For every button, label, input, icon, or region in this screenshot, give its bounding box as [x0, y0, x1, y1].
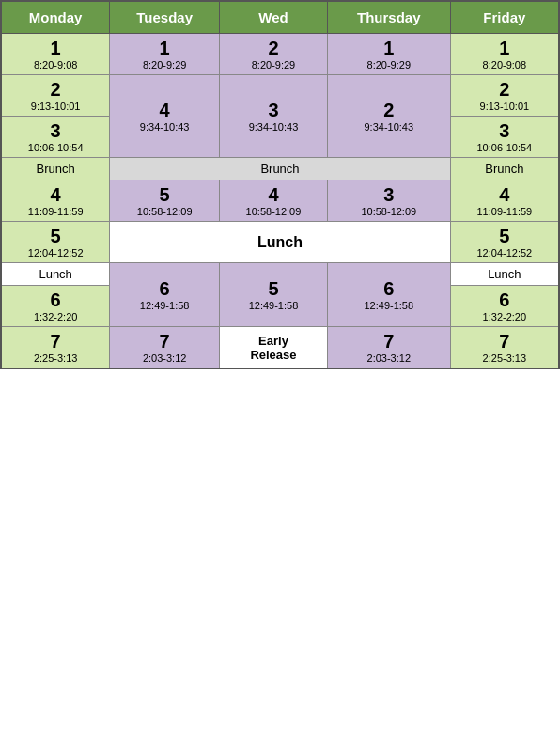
schedule-cell: 18:20-9:29 [110, 34, 220, 75]
schedule-cell: 28:20-9:29 [220, 34, 328, 75]
schedule-cell: 612:49-1:58 [327, 263, 450, 327]
schedule-cell: 512:04-12:52 [1, 222, 110, 263]
schedule-cell: 18:20-9:08 [450, 34, 559, 75]
schedule-cell: Brunch [1, 158, 110, 180]
schedule-cell: 61:32-2:20 [1, 286, 110, 327]
schedule-cell: 310:58-12:09 [327, 180, 450, 222]
schedule-cell: Lunch [110, 222, 450, 263]
header-tuesday: Tuesday [110, 1, 220, 34]
schedule-cell: Lunch [1, 263, 110, 286]
schedule-cell: 29:13-10:01 [450, 75, 559, 117]
schedule-cell: 310:06-10:54 [450, 117, 559, 158]
schedule-cell: 72:03-3:12 [327, 327, 450, 369]
schedule-cell: 18:20-9:29 [327, 34, 450, 75]
schedule-cell: 18:20-9:08 [1, 34, 110, 75]
schedule-cell: 72:25-3:13 [1, 327, 110, 369]
schedule-cell: 411:09-11:59 [1, 180, 110, 222]
schedule-cell: 612:49-1:58 [110, 263, 220, 327]
schedule-cell: 29:13-10:01 [1, 75, 110, 117]
schedule-cell: 72:03-3:12 [110, 327, 220, 369]
header-friday: Friday [450, 1, 559, 34]
schedule-cell: 29:34-10:43 [327, 75, 450, 158]
schedule-cell: Brunch [110, 158, 450, 180]
schedule-cell: 39:34-10:43 [220, 75, 328, 158]
schedule-cell: 61:32-2:20 [450, 286, 559, 327]
schedule-table: Monday Tuesday Wed Thursday Friday 18:20… [0, 0, 560, 369]
schedule-cell: 410:58-12:09 [220, 180, 328, 222]
schedule-cell: 512:04-12:52 [450, 222, 559, 263]
header-monday: Monday [1, 1, 110, 34]
schedule-cell: EarlyRelease [220, 327, 328, 369]
header-thursday: Thursday [327, 1, 450, 34]
schedule-cell: 510:58-12:09 [110, 180, 220, 222]
header-wednesday: Wed [220, 1, 328, 34]
schedule-cell: 411:09-11:59 [450, 180, 559, 222]
schedule-cell: Brunch [450, 158, 559, 180]
schedule-cell: 72:25-3:13 [450, 327, 559, 369]
schedule-cell: 512:49-1:58 [220, 263, 328, 327]
schedule-cell: 49:34-10:43 [110, 75, 220, 158]
schedule-cell: Lunch [450, 263, 559, 286]
schedule-cell: 310:06-10:54 [1, 117, 110, 158]
